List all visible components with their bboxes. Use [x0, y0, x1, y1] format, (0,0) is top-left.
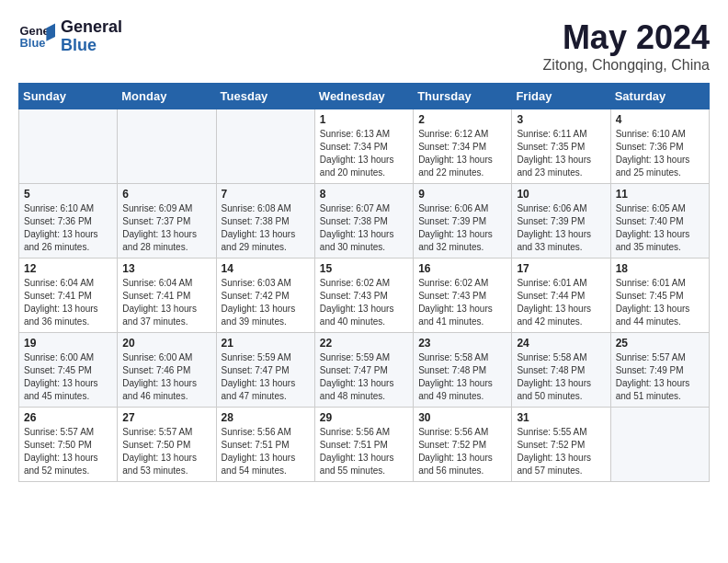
calendar-cell: 10Sunrise: 6:06 AM Sunset: 7:39 PM Dayli… [512, 184, 610, 259]
day-number: 10 [517, 188, 605, 201]
day-number: 18 [616, 262, 704, 275]
day-info: Sunrise: 5:56 AM Sunset: 7:51 PM Dayligh… [222, 426, 310, 477]
day-info: Sunrise: 6:04 AM Sunset: 7:41 PM Dayligh… [24, 277, 112, 328]
calendar-week-row: 1Sunrise: 6:13 AM Sunset: 7:34 PM Daylig… [19, 109, 710, 184]
calendar-cell: 27Sunrise: 5:57 AM Sunset: 7:50 PM Dayli… [118, 408, 216, 482]
day-number: 5 [24, 188, 112, 201]
day-info: Sunrise: 6:11 AM Sunset: 7:35 PM Dayligh… [517, 128, 605, 179]
calendar-cell: 26Sunrise: 5:57 AM Sunset: 7:50 PM Dayli… [19, 408, 118, 482]
calendar-cell: 17Sunrise: 6:01 AM Sunset: 7:44 PM Dayli… [512, 259, 610, 333]
calendar-cell: 20Sunrise: 6:00 AM Sunset: 7:46 PM Dayli… [118, 333, 216, 408]
day-info: Sunrise: 5:57 AM Sunset: 7:50 PM Dayligh… [122, 426, 210, 477]
calendar-cell: 9Sunrise: 6:06 AM Sunset: 7:39 PM Daylig… [414, 184, 512, 259]
day-info: Sunrise: 5:57 AM Sunset: 7:50 PM Dayligh… [24, 426, 112, 477]
weekday-header-monday: Monday [118, 84, 216, 109]
day-info: Sunrise: 5:56 AM Sunset: 7:52 PM Dayligh… [418, 426, 506, 477]
calendar-cell: 11Sunrise: 6:05 AM Sunset: 7:40 PM Dayli… [610, 184, 709, 259]
calendar-cell [216, 109, 314, 184]
day-number: 25 [616, 337, 704, 350]
day-number: 31 [517, 411, 605, 424]
day-info: Sunrise: 6:09 AM Sunset: 7:37 PM Dayligh… [122, 202, 210, 254]
day-info: Sunrise: 6:10 AM Sunset: 7:36 PM Dayligh… [616, 128, 704, 179]
weekday-header-friday: Friday [512, 84, 610, 109]
calendar-week-row: 19Sunrise: 6:00 AM Sunset: 7:45 PM Dayli… [19, 333, 710, 408]
day-info: Sunrise: 6:00 AM Sunset: 7:45 PM Dayligh… [24, 351, 112, 403]
calendar-cell: 16Sunrise: 6:02 AM Sunset: 7:43 PM Dayli… [414, 259, 512, 333]
calendar-table: SundayMondayTuesdayWednesdayThursdayFrid… [18, 83, 710, 482]
calendar-week-row: 12Sunrise: 6:04 AM Sunset: 7:41 PM Dayli… [19, 259, 710, 333]
day-number: 17 [517, 262, 605, 275]
calendar-cell: 19Sunrise: 6:00 AM Sunset: 7:45 PM Dayli… [19, 333, 118, 408]
calendar-title: May 2024 [543, 18, 710, 57]
calendar-cell: 5Sunrise: 6:10 AM Sunset: 7:36 PM Daylig… [19, 184, 118, 259]
calendar-cell: 7Sunrise: 6:08 AM Sunset: 7:38 PM Daylig… [216, 184, 314, 259]
day-info: Sunrise: 6:07 AM Sunset: 7:38 PM Dayligh… [320, 202, 408, 254]
calendar-week-row: 5Sunrise: 6:10 AM Sunset: 7:36 PM Daylig… [19, 184, 710, 259]
day-number: 15 [320, 262, 408, 275]
day-number: 24 [517, 337, 605, 350]
logo-text: General Blue [61, 18, 122, 55]
weekday-header-thursday: Thursday [414, 84, 512, 109]
day-number: 19 [24, 337, 112, 350]
calendar-cell: 13Sunrise: 6:04 AM Sunset: 7:41 PM Dayli… [118, 259, 216, 333]
day-info: Sunrise: 6:13 AM Sunset: 7:34 PM Dayligh… [320, 128, 408, 179]
day-number: 8 [320, 188, 408, 201]
day-info: Sunrise: 5:55 AM Sunset: 7:52 PM Dayligh… [517, 426, 605, 477]
day-number: 9 [418, 188, 506, 201]
weekday-header-saturday: Saturday [610, 84, 709, 109]
day-info: Sunrise: 6:02 AM Sunset: 7:43 PM Dayligh… [320, 277, 408, 328]
calendar-week-row: 26Sunrise: 5:57 AM Sunset: 7:50 PM Dayli… [19, 408, 710, 482]
calendar-cell: 30Sunrise: 5:56 AM Sunset: 7:52 PM Dayli… [414, 408, 512, 482]
day-number: 11 [616, 188, 704, 201]
day-number: 3 [517, 113, 605, 126]
calendar-cell: 2Sunrise: 6:12 AM Sunset: 7:34 PM Daylig… [414, 109, 512, 184]
day-info: Sunrise: 6:06 AM Sunset: 7:39 PM Dayligh… [517, 202, 605, 254]
day-number: 26 [24, 411, 112, 424]
calendar-cell: 23Sunrise: 5:58 AM Sunset: 7:48 PM Dayli… [414, 333, 512, 408]
day-number: 27 [122, 411, 210, 424]
day-number: 22 [320, 337, 408, 350]
day-number: 1 [320, 113, 408, 126]
calendar-cell: 4Sunrise: 6:10 AM Sunset: 7:36 PM Daylig… [610, 109, 709, 184]
calendar-cell: 31Sunrise: 5:55 AM Sunset: 7:52 PM Dayli… [512, 408, 610, 482]
calendar-cell [610, 408, 709, 482]
day-info: Sunrise: 5:59 AM Sunset: 7:47 PM Dayligh… [222, 351, 310, 403]
day-number: 2 [418, 113, 506, 126]
day-info: Sunrise: 6:12 AM Sunset: 7:34 PM Dayligh… [418, 128, 506, 179]
calendar-cell: 29Sunrise: 5:56 AM Sunset: 7:51 PM Dayli… [314, 408, 413, 482]
calendar-location: Zitong, Chongqing, China [543, 57, 710, 74]
weekday-header-tuesday: Tuesday [216, 84, 314, 109]
weekday-header-wednesday: Wednesday [314, 84, 413, 109]
day-info: Sunrise: 6:00 AM Sunset: 7:46 PM Dayligh… [122, 351, 210, 403]
day-number: 23 [418, 337, 506, 350]
calendar-cell: 6Sunrise: 6:09 AM Sunset: 7:37 PM Daylig… [118, 184, 216, 259]
day-info: Sunrise: 5:59 AM Sunset: 7:47 PM Dayligh… [320, 351, 408, 403]
day-number: 30 [418, 411, 506, 424]
calendar-cell: 3Sunrise: 6:11 AM Sunset: 7:35 PM Daylig… [512, 109, 610, 184]
calendar-cell: 8Sunrise: 6:07 AM Sunset: 7:38 PM Daylig… [314, 184, 413, 259]
day-info: Sunrise: 6:06 AM Sunset: 7:39 PM Dayligh… [418, 202, 506, 254]
day-number: 13 [122, 262, 210, 275]
day-info: Sunrise: 5:57 AM Sunset: 7:49 PM Dayligh… [616, 351, 704, 403]
calendar-cell: 25Sunrise: 5:57 AM Sunset: 7:49 PM Dayli… [610, 333, 709, 408]
weekday-header-sunday: Sunday [19, 84, 118, 109]
day-info: Sunrise: 5:58 AM Sunset: 7:48 PM Dayligh… [418, 351, 506, 403]
calendar-cell: 18Sunrise: 6:01 AM Sunset: 7:45 PM Dayli… [610, 259, 709, 333]
day-number: 16 [418, 262, 506, 275]
day-info: Sunrise: 6:05 AM Sunset: 7:40 PM Dayligh… [616, 202, 704, 254]
day-info: Sunrise: 6:01 AM Sunset: 7:45 PM Dayligh… [616, 277, 704, 328]
day-number: 20 [122, 337, 210, 350]
logo: General Blue General Blue [18, 18, 122, 55]
day-info: Sunrise: 5:56 AM Sunset: 7:51 PM Dayligh… [320, 426, 408, 477]
calendar-cell: 24Sunrise: 5:58 AM Sunset: 7:48 PM Dayli… [512, 333, 610, 408]
day-number: 21 [222, 337, 310, 350]
weekday-header-row: SundayMondayTuesdayWednesdayThursdayFrid… [19, 84, 710, 109]
calendar-cell: 14Sunrise: 6:03 AM Sunset: 7:42 PM Dayli… [216, 259, 314, 333]
calendar-cell [118, 109, 216, 184]
calendar-cell: 21Sunrise: 5:59 AM Sunset: 7:47 PM Dayli… [216, 333, 314, 408]
day-number: 6 [122, 188, 210, 201]
day-info: Sunrise: 6:03 AM Sunset: 7:42 PM Dayligh… [222, 277, 310, 328]
page-header: General Blue General Blue May 2024 Ziton… [18, 18, 710, 74]
logo-icon: General Blue [18, 22, 55, 52]
day-info: Sunrise: 6:04 AM Sunset: 7:41 PM Dayligh… [122, 277, 210, 328]
